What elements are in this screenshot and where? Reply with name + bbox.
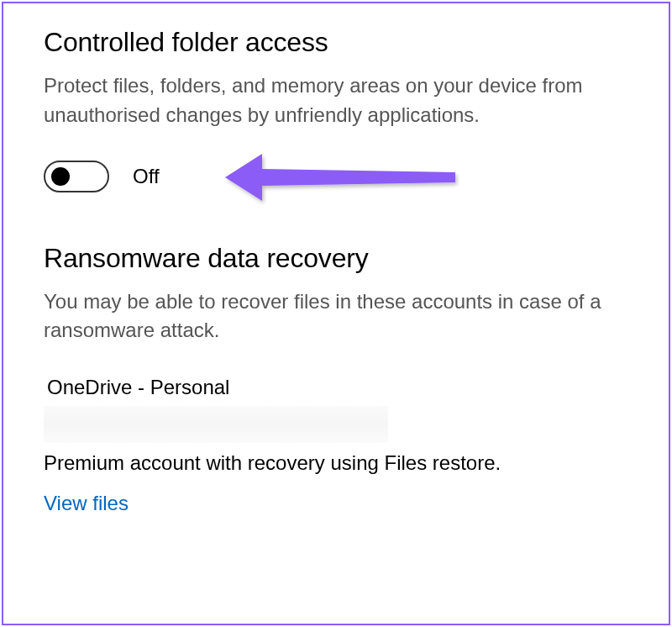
redacted-email (44, 406, 388, 443)
controlled-folder-access-heading: Controlled folder access (44, 27, 628, 58)
controlled-folder-access-toggle[interactable] (44, 161, 109, 192)
toggle-knob (51, 167, 70, 186)
ransomware-recovery-section: Ransomware data recovery You may be able… (44, 243, 628, 516)
toggle-row: Off (44, 161, 628, 192)
toggle-state-label: Off (133, 165, 160, 188)
ransomware-recovery-description: You may be able to recover files in thes… (44, 287, 628, 346)
account-detail: Premium account with recovery using File… (44, 451, 628, 475)
ransomware-recovery-heading: Ransomware data recovery (44, 243, 628, 274)
onedrive-account-name: OneDrive - Personal (47, 376, 628, 399)
controlled-folder-access-description: Protect files, folders, and memory areas… (44, 71, 628, 130)
settings-panel: Controlled folder access Protect files, … (2, 2, 670, 625)
view-files-link[interactable]: View files (44, 492, 129, 515)
annotation-arrow-icon (220, 145, 464, 213)
